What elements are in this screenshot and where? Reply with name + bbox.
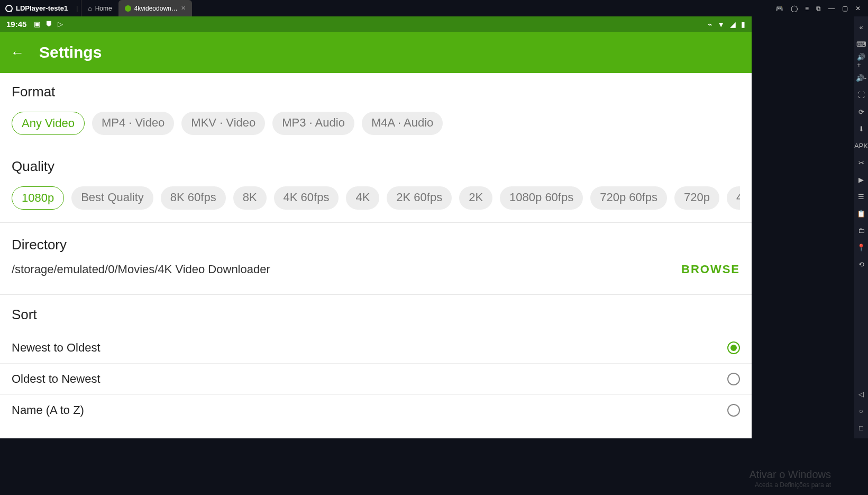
location-icon[interactable]: 📍 [857,243,865,251]
android-status-bar: 19:45 ▣ ⛊ ▷ ⌁ ▼ ◢ ▮ [0,16,752,32]
ldplayer-logo-icon [5,5,13,12]
page-title: Settings [39,43,102,61]
apk-icon[interactable]: APK [857,141,865,150]
status-time: 19:45 [6,20,26,29]
quality-chip-8k60[interactable]: 8K 60fps [161,186,226,210]
quality-chip-720p[interactable]: 720p [674,186,719,210]
sort-label-name: Name (A to Z) [12,403,84,417]
sort-section: Sort Newest to Oldest Oldest to Newest N… [0,294,752,426]
battery-charging-icon: ▮ [741,20,745,29]
expand-sidebar-icon[interactable]: « [857,23,865,31]
quality-chips: 1080p Best Quality 8K 60fps 8K 4K 60fps … [12,186,740,210]
gamepad-icon[interactable]: 🎮 [775,5,783,12]
status-notif-icon-1: ▣ [34,20,40,28]
quality-chip-best[interactable]: Best Quality [71,186,153,210]
quality-chip-4k60[interactable]: 4K 60fps [274,186,339,210]
emulator-window: LDPlayer-teste1 | ⌂ Home 4kvideodown… ✕ … [0,0,868,495]
clipboard-icon[interactable]: 📋 [857,209,865,218]
tab-home[interactable]: ⌂ Home [81,0,118,16]
settings-body: Format Any Video MP4 · Video MKV · Video… [0,73,752,438]
tab-4kvideodownloader[interactable]: 4kvideodown… ✕ [118,0,192,16]
radio-unselected-icon [727,404,740,417]
app-tab-icon [125,5,131,12]
quality-chip-720p60[interactable]: 720p 60fps [590,186,667,210]
android-home-icon[interactable]: ○ [857,407,865,415]
directory-section: Directory /storage/emulated/0/Movies/4K … [0,222,752,294]
quality-section: Quality 1080p Best Quality 8K 60fps 8K 4… [0,148,752,222]
quality-chip-1080p60[interactable]: 1080p 60fps [500,186,583,210]
record-icon[interactable]: ▶ [857,175,865,184]
format-chip-mkv[interactable]: MKV · Video [181,112,265,135]
android-recent-icon[interactable]: □ [857,424,865,432]
android-back-icon[interactable]: ◁ [857,390,865,398]
volume-down-icon[interactable]: 🔊- [857,74,865,82]
vpn-key-icon: ⌁ [708,20,712,29]
format-chip-mp3[interactable]: MP3 · Audio [272,112,354,135]
radio-selected-icon [727,341,740,354]
performance-icon[interactable]: ⟳ [857,107,865,116]
sort-heading: Sort [0,307,752,332]
home-icon: ⌂ [88,5,92,12]
close-tab-icon[interactable]: ✕ [181,5,186,12]
keyboard-icon[interactable]: ⌨ [857,40,865,48]
multi-instance-icon[interactable]: ☰ [857,192,865,201]
radio-unselected-icon [727,373,740,385]
sort-option-name-az[interactable]: Name (A to Z) [0,394,752,426]
emulator-app-name: LDPlayer-teste1 [0,4,73,12]
quality-chip-4k[interactable]: 4K [346,186,379,210]
quality-chip-2k[interactable]: 2K [459,186,492,210]
format-chip-m4a[interactable]: M4A · Audio [362,112,443,135]
status-notif-icon-2: ⛊ [45,20,52,28]
menu-icon[interactable]: ≡ [805,5,809,12]
directory-heading: Directory [12,237,740,253]
format-heading: Format [12,84,740,100]
emulator-side-toolbar: « ⌨ 🔊+ 🔊- ⛶ ⟳ ⬇ APK ✂ ▶ ☰ 📋 🗀 📍 ⟲ ◁ ○ □ [854,16,868,438]
wifi-icon: ▼ [717,20,725,29]
watermark-line1: Ativar o Windows [750,467,832,481]
play-store-icon: ▷ [58,20,63,28]
browse-button[interactable]: BROWSE [681,263,740,276]
format-chips: Any Video MP4 · Video MKV · Video MP3 · … [12,112,740,135]
install-apk-icon[interactable]: ⬇ [857,124,865,133]
sort-label-newest: Newest to Oldest [12,341,100,355]
sort-option-newest[interactable]: Newest to Oldest [0,332,752,363]
directory-path: /storage/emulated/0/Movies/4K Video Down… [12,263,270,276]
minimize-icon[interactable]: — [828,5,835,12]
quality-heading: Quality [12,158,740,175]
format-chip-any-video[interactable]: Any Video [12,112,85,135]
quality-chip-8k[interactable]: 8K [233,186,267,210]
sort-option-oldest[interactable]: Oldest to Newest [0,363,752,394]
window-controls: 🎮 ◯ ≡ ⧉ — ▢ ✕ [768,5,868,12]
quality-chip-480p[interactable]: 480p [727,186,740,210]
app-header: ← Settings [0,32,752,73]
sort-label-oldest: Oldest to Newest [12,372,100,386]
scissors-icon[interactable]: ✂ [857,158,865,167]
quality-chip-2k60[interactable]: 2K 60fps [387,186,452,210]
quality-chip-1080p[interactable]: 1080p [12,186,64,210]
android-screen: 19:45 ▣ ⛊ ▷ ⌁ ▼ ◢ ▮ ← Settings Format An… [0,16,752,438]
watermark-line2: Aceda a Definições para at [750,481,832,490]
maximize-icon[interactable]: ▢ [842,5,848,12]
windows-activation-watermark: Ativar o Windows Aceda a Definições para… [750,467,832,490]
titlebar-separator: | [73,5,81,12]
back-arrow-icon[interactable]: ← [11,44,24,61]
format-section: Format Any Video MP4 · Video MKV · Video… [0,73,752,148]
emulator-titlebar: LDPlayer-teste1 | ⌂ Home 4kvideodown… ✕ … [0,0,868,16]
format-chip-mp4[interactable]: MP4 · Video [92,112,174,135]
fullscreen-icon[interactable]: ⛶ [857,91,865,99]
tab-home-label: Home [95,5,112,12]
close-window-icon[interactable]: ✕ [855,5,861,12]
rotate-icon[interactable]: ⟲ [857,260,865,268]
user-icon[interactable]: ◯ [791,5,798,12]
folder-icon[interactable]: 🗀 [857,226,865,235]
signal-icon: ◢ [730,20,736,29]
tab-app-label: 4kvideodown… [134,5,178,12]
volume-up-icon[interactable]: 🔊+ [857,57,865,65]
detach-icon[interactable]: ⧉ [816,5,821,12]
emulator-title-text: LDPlayer-teste1 [16,4,68,12]
